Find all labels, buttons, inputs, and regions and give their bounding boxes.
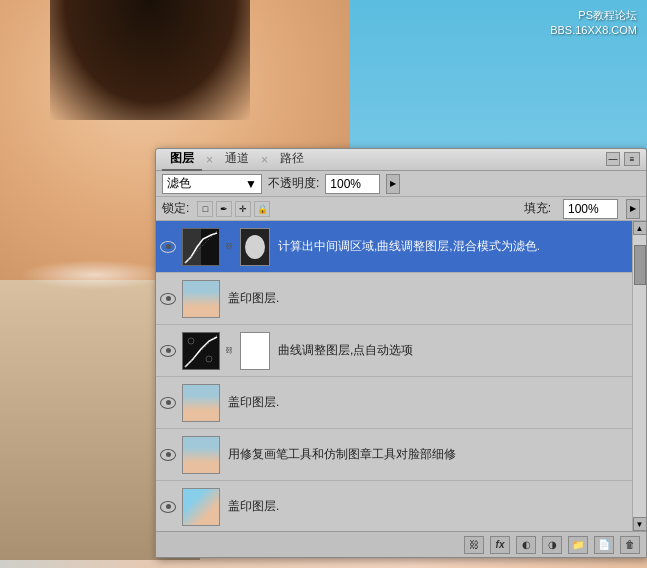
eye-icon <box>160 449 176 461</box>
stamp-thumbnail-3 <box>183 489 219 525</box>
layer-name: 盖印图层. <box>224 290 628 307</box>
new-layer-button[interactable]: 📄 <box>594 536 614 554</box>
layers-list-container: ⛓ 计算出中间调区域,曲线调整图层,混合模式为滤色. 盖印图层. <box>156 221 646 531</box>
eye-icon <box>160 241 176 253</box>
layer-row[interactable]: ⛓ 计算出中间调区域,曲线调整图层,混合模式为滤色. <box>156 221 632 273</box>
lock-icons: □ ✒ ✛ 🔒 <box>197 201 270 217</box>
curve-svg-2 <box>183 333 219 369</box>
fill-label: 填充: <box>524 200 551 217</box>
layer-row[interactable]: 盖印图层. <box>156 481 632 531</box>
tab-channels[interactable]: 通道 <box>217 148 257 171</box>
layer-visibility-toggle[interactable] <box>158 289 178 309</box>
panel-titlebar: 图层 × 通道 × 路径 — ≡ <box>156 149 646 171</box>
lock-row: 锁定: □ ✒ ✛ 🔒 填充: 100% ▶ <box>156 197 646 221</box>
layers-panel: 图层 × 通道 × 路径 — ≡ 滤色 ▼ 不透明度: 100% ▶ 锁定: □… <box>155 148 647 558</box>
layer-thumbnail <box>182 488 220 526</box>
layer-name: 盖印图层. <box>224 394 628 411</box>
panel-close-button[interactable]: — <box>606 152 620 166</box>
adjustment-layer-button[interactable]: ◑ <box>542 536 562 554</box>
layer-visibility-toggle[interactable] <box>158 497 178 517</box>
layers-toolbar: ⛓ fx ◐ ◑ 📁 📄 🗑 <box>156 531 646 557</box>
layer-effects-button[interactable]: fx <box>490 536 510 554</box>
layer-row[interactable]: 用修复画笔工具和仿制图章工具对脸部细修 <box>156 429 632 481</box>
tab-layers[interactable]: 图层 <box>162 148 202 171</box>
eye-icon <box>160 397 176 409</box>
fill-input[interactable]: 100% <box>563 199 618 219</box>
panel-controls: — ≡ <box>606 152 640 166</box>
chain-link-icon: ⛓ <box>224 228 234 266</box>
watermark: PS教程论坛 BBS.16XX8.COM <box>550 8 637 39</box>
tab-paths[interactable]: 路径 <box>272 148 312 171</box>
fill-value: 100% <box>568 202 599 216</box>
layer-thumbnail <box>182 332 220 370</box>
svg-rect-1 <box>183 229 201 265</box>
layer-row[interactable]: ⛓ 曲线调整图层,点自动选项 <box>156 325 632 377</box>
delete-layer-button[interactable]: 🗑 <box>620 536 640 554</box>
link-layers-button[interactable]: ⛓ <box>464 536 484 554</box>
stamp-thumbnail-2 <box>183 437 219 473</box>
layer-mask-thumbnail <box>240 228 270 266</box>
lock-label: 锁定: <box>162 200 189 217</box>
lock-transparency-button[interactable]: □ <box>197 201 213 217</box>
layer-visibility-toggle[interactable] <box>158 237 178 257</box>
scroll-up-button[interactable]: ▲ <box>633 221 647 235</box>
opacity-value: 100% <box>330 177 361 191</box>
hair-area <box>50 0 250 120</box>
panel-tabs: 图层 × 通道 × 路径 <box>162 148 312 171</box>
layer-thumbnail <box>182 280 220 318</box>
tab-separator-2: × <box>261 153 268 167</box>
layer-thumbnail <box>182 384 220 422</box>
chain-link-icon: ⛓ <box>224 332 234 370</box>
stamp-thumbnail <box>183 385 219 421</box>
blend-mode-value: 滤色 <box>167 175 191 192</box>
layer-name: 曲线调整图层,点自动选项 <box>274 342 628 359</box>
layers-list: ⛓ 计算出中间调区域,曲线调整图层,混合模式为滤色. 盖印图层. <box>156 221 632 531</box>
blend-mode-row: 滤色 ▼ 不透明度: 100% ▶ <box>156 171 646 197</box>
eye-icon <box>160 293 176 305</box>
necklace-area <box>20 260 170 290</box>
opacity-input[interactable]: 100% <box>325 174 380 194</box>
fill-arrow-button[interactable]: ▶ <box>626 199 640 219</box>
layer-row[interactable]: 盖印图层. <box>156 273 632 325</box>
lock-image-button[interactable]: ✒ <box>216 201 232 217</box>
layer-thumbnail <box>182 228 220 266</box>
layer-mask-thumbnail <box>240 332 270 370</box>
eye-icon <box>160 345 176 357</box>
lock-all-button[interactable]: 🔒 <box>254 201 270 217</box>
layer-thumbnail <box>182 436 220 474</box>
mask-svg <box>241 229 269 265</box>
scroll-track <box>633 235 647 517</box>
blend-mode-arrow: ▼ <box>245 177 257 191</box>
layer-name: 用修复画笔工具和仿制图章工具对脸部细修 <box>224 446 628 463</box>
layers-scrollbar: ▲ ▼ <box>632 221 646 531</box>
blend-mode-select[interactable]: 滤色 ▼ <box>162 174 262 194</box>
layer-name: 计算出中间调区域,曲线调整图层,混合模式为滤色. <box>274 238 628 255</box>
lock-position-button[interactable]: ✛ <box>235 201 251 217</box>
watermark-line2: BBS.16XX8.COM <box>550 23 637 38</box>
opacity-label: 不透明度: <box>268 175 319 192</box>
layer-name: 盖印图层. <box>224 498 628 515</box>
opacity-arrow-button[interactable]: ▶ <box>386 174 400 194</box>
layer-visibility-toggle[interactable] <box>158 341 178 361</box>
layer-visibility-toggle[interactable] <box>158 393 178 413</box>
layer-visibility-toggle[interactable] <box>158 445 178 465</box>
scroll-down-button[interactable]: ▼ <box>633 517 647 531</box>
layer-row[interactable]: 盖印图层. <box>156 377 632 429</box>
stamp-thumbnail <box>183 281 219 317</box>
eye-icon <box>160 501 176 513</box>
tab-separator-1: × <box>206 153 213 167</box>
scroll-thumb[interactable] <box>634 245 646 285</box>
watermark-line1: PS教程论坛 <box>550 8 637 23</box>
curve-svg <box>183 229 219 265</box>
new-group-button[interactable]: 📁 <box>568 536 588 554</box>
svg-point-4 <box>245 235 265 259</box>
add-mask-button[interactable]: ◐ <box>516 536 536 554</box>
panel-menu-button[interactable]: ≡ <box>624 152 640 166</box>
